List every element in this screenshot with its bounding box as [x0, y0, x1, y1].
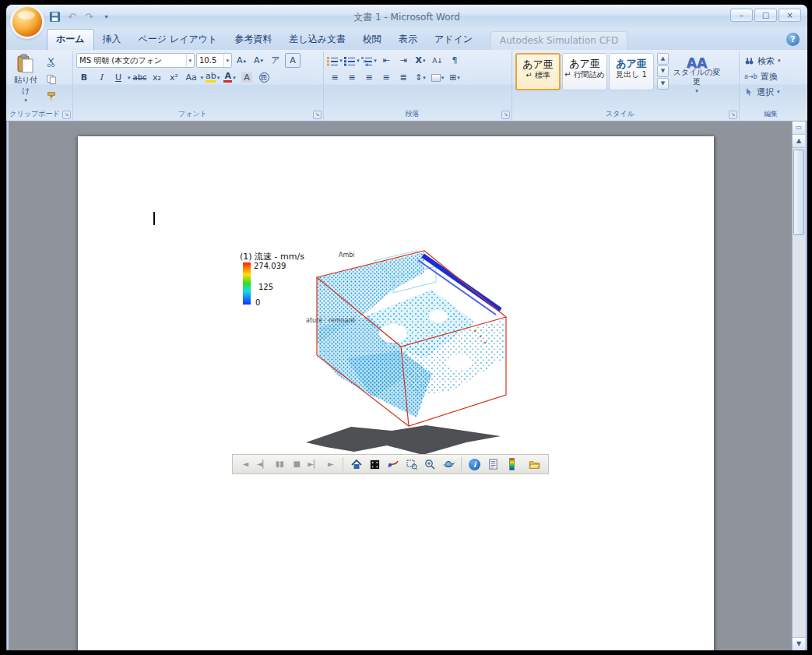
- close-button[interactable]: ×: [779, 9, 801, 22]
- title-bar[interactable]: ↶ ↷ ▾ 文書 1 - Microsoft Word – □ ×: [6, 5, 807, 28]
- tab-page-layout[interactable]: ページ レイアウト: [130, 30, 227, 50]
- tab-references[interactable]: 参考資料: [226, 30, 280, 50]
- bullets-button[interactable]: ▾: [327, 53, 343, 68]
- grow-font-button[interactable]: A: [234, 53, 249, 68]
- help-button[interactable]: ?: [786, 33, 800, 46]
- replace-button[interactable]: a→b 置換: [743, 69, 799, 84]
- change-case-caret-icon[interactable]: ▾: [201, 75, 204, 81]
- underline-button[interactable]: U: [111, 70, 126, 85]
- style-no-spacing[interactable]: あア亜 ↵ 行間詰め: [562, 53, 607, 90]
- bullets-icon: [327, 56, 339, 65]
- distribute-button[interactable]: ≣: [395, 70, 411, 85]
- font-color-button[interactable]: A ▾: [222, 70, 237, 85]
- numbering-caret-icon: ▾: [357, 58, 360, 64]
- paste-button[interactable]: 貼り付け ▾: [11, 53, 40, 104]
- tab-home[interactable]: ホーム: [47, 29, 94, 50]
- format-painter-button[interactable]: [44, 89, 59, 104]
- trace-button[interactable]: [385, 456, 402, 472]
- underline-caret-icon[interactable]: ▾: [128, 75, 131, 81]
- enclose-characters-button[interactable]: 囲: [256, 70, 272, 85]
- fit-view-button[interactable]: [367, 456, 383, 472]
- legend-button[interactable]: [504, 456, 520, 472]
- step-back-button[interactable]: ◄▏: [255, 457, 270, 471]
- change-styles-button[interactable]: AA スタイルの変更 ▾: [672, 53, 722, 101]
- highlight-color-icon: [206, 80, 216, 83]
- tab-autodesk-simulation-cfd[interactable]: Autodesk Simulation CFD: [490, 31, 627, 50]
- justify-button[interactable]: ≡: [378, 70, 394, 85]
- scroll-down-button[interactable]: ▼: [793, 637, 805, 650]
- home-view-button[interactable]: [348, 456, 364, 472]
- ruler-toggle-button[interactable]: ▭: [793, 121, 805, 135]
- shading-button[interactable]: ▾: [430, 70, 445, 85]
- tab-mailings[interactable]: 差し込み文書: [280, 30, 354, 50]
- tab-addins[interactable]: アドイン: [426, 30, 481, 50]
- office-button[interactable]: [12, 7, 42, 37]
- align-center-button[interactable]: ≡: [344, 70, 360, 85]
- extended-format-button[interactable]: X▾: [413, 53, 428, 68]
- report-button[interactable]: [485, 456, 501, 472]
- align-right-button[interactable]: ≡: [361, 70, 377, 85]
- styles-scroll-up-button[interactable]: ▲: [657, 53, 669, 65]
- increase-indent-button[interactable]: ⇥: [395, 53, 411, 68]
- change-case-button[interactable]: Aa: [184, 70, 199, 85]
- style-heading1[interactable]: あア亜 見出し 1: [609, 53, 654, 90]
- bold-button[interactable]: B: [76, 70, 92, 85]
- stop-button[interactable]: ■: [290, 457, 304, 471]
- scrollbar-thumb[interactable]: [793, 150, 804, 235]
- tab-view[interactable]: 表示: [390, 30, 426, 50]
- orbit-button[interactable]: [441, 456, 457, 472]
- zoom-in-button[interactable]: [422, 456, 438, 472]
- align-left-button[interactable]: ≡: [327, 70, 343, 85]
- character-shading-button[interactable]: A: [239, 70, 255, 85]
- superscript-button[interactable]: x²: [167, 70, 182, 85]
- subscript-button[interactable]: x₂: [149, 70, 165, 85]
- scroll-up-button[interactable]: ▲: [793, 135, 805, 148]
- minimize-button[interactable]: –: [730, 9, 753, 22]
- copy-button[interactable]: [44, 72, 59, 86]
- maximize-button[interactable]: □: [754, 9, 777, 22]
- zoom-window-button[interactable]: [403, 456, 420, 472]
- pause-button[interactable]: ▮▮: [272, 457, 287, 471]
- paragraph-dialog-launcher[interactable]: ↘: [501, 111, 510, 119]
- styles-dialog-launcher[interactable]: ↘: [729, 111, 737, 119]
- tab-insert[interactable]: 挿入: [94, 30, 130, 50]
- line-spacing-button[interactable]: ⇕▾: [413, 70, 428, 85]
- style-normal[interactable]: あア亜 ↵ 標準: [515, 53, 561, 90]
- borders-button[interactable]: ⊞▾: [447, 70, 462, 85]
- sort-button[interactable]: A↓: [430, 53, 445, 68]
- numbering-button[interactable]: ▾: [344, 53, 360, 68]
- step-forward-button[interactable]: ►▏: [307, 457, 322, 471]
- strikethrough-button[interactable]: abc: [132, 70, 148, 85]
- character-shading-icon: A: [241, 72, 252, 83]
- ruby-button[interactable]: ア: [268, 53, 283, 68]
- character-border-button[interactable]: A: [285, 53, 301, 68]
- vertical-scrollbar[interactable]: ▭ ▲ ▼: [792, 121, 805, 650]
- font-name-caret-icon: ▾: [186, 54, 193, 67]
- highlight-button[interactable]: ab ▾: [205, 70, 220, 85]
- document-page[interactable]: (1) 流速 - mm/s 274.039 125 0: [78, 136, 714, 650]
- text-cursor: [153, 212, 155, 225]
- cut-button[interactable]: [44, 55, 59, 69]
- play-button[interactable]: ►: [323, 457, 338, 471]
- info-button[interactable]: i: [466, 456, 483, 472]
- show-formatting-marks-button[interactable]: ¶: [447, 53, 462, 68]
- cfd-legend-mid: 125: [258, 283, 273, 291]
- styles-more-button[interactable]: ▼: [657, 78, 669, 90]
- tab-review[interactable]: 校閲: [354, 30, 390, 50]
- font-name-combo[interactable]: MS 明朝 (本文のフォン ▾: [76, 53, 195, 68]
- shrink-font-button[interactable]: A: [251, 53, 266, 68]
- font-dialog-launcher[interactable]: ↘: [313, 111, 322, 119]
- decrease-indent-button[interactable]: ⇤: [378, 53, 394, 68]
- cfd-model-image[interactable]: [300, 241, 518, 460]
- styles-scroll-down-button[interactable]: ▼: [657, 65, 669, 77]
- open-button[interactable]: [526, 456, 543, 472]
- italic-button[interactable]: I: [93, 70, 109, 85]
- clipboard-dialog-launcher[interactable]: ↘: [62, 111, 71, 119]
- document-area[interactable]: (1) 流速 - mm/s 274.039 125 0: [9, 121, 805, 650]
- select-button[interactable]: 選択 ▾: [743, 84, 799, 100]
- skip-to-start-button[interactable]: ◄: [238, 457, 253, 471]
- find-button[interactable]: 検索 ▾: [743, 53, 799, 69]
- font-size-combo[interactable]: 10.5 ▾: [196, 53, 232, 68]
- highlight-caret-icon: ▾: [217, 75, 220, 81]
- multilevel-list-button[interactable]: ▾: [361, 53, 377, 68]
